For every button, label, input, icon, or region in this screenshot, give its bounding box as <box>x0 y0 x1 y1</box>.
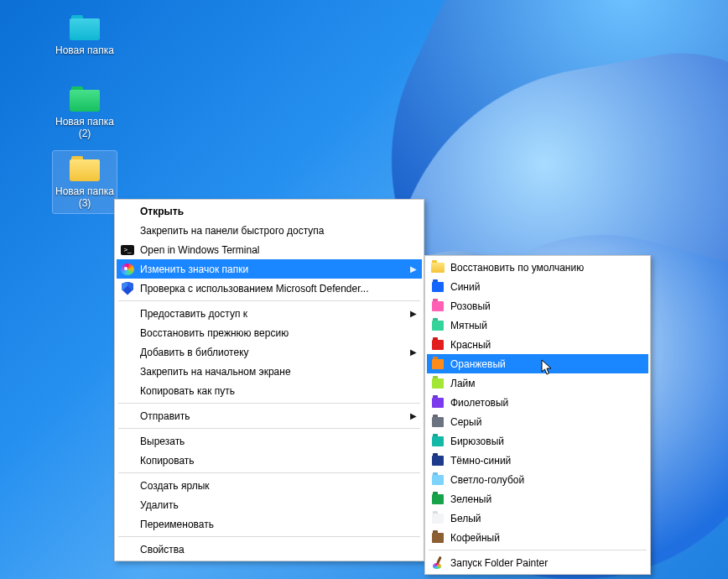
submenu-item-label: Розовый <box>450 300 643 312</box>
context-menu-item[interactable]: Восстановить прежнюю версию <box>117 323 422 342</box>
desktop-icon-folder[interactable]: Новая папка <box>53 12 117 57</box>
submenu-item[interactable]: Синий <box>427 277 648 296</box>
context-menu-separator <box>118 536 420 537</box>
submenu-item-label: Восстановить по умолчанию <box>450 262 643 274</box>
submenu-item-label: Зеленый <box>450 493 643 505</box>
context-menu-item[interactable]: Проверка с использованием Microsoft Defe… <box>117 279 422 298</box>
submenu-item-label: Оранжевый <box>450 358 643 370</box>
context-menu-item-label: Open in Windows Terminal <box>140 244 417 256</box>
submenu-item-label: Белый <box>450 513 643 524</box>
submenu-item-label: Тёмно-синий <box>450 455 643 467</box>
context-menu-item-label: Создать ярлык <box>140 480 417 492</box>
context-menu-item[interactable]: Открыть <box>117 201 422 221</box>
submenu-item[interactable]: Запуск Folder Painter <box>427 553 648 572</box>
chevron-right-icon: ▶ <box>410 309 417 318</box>
folder-icon <box>70 15 100 40</box>
context-menu-item-label: Вырезать <box>140 436 417 447</box>
color-swatch-icon <box>432 533 444 543</box>
context-menu-separator <box>118 428 420 429</box>
desktop-icon-folder[interactable]: Новая папка(3) <box>53 151 117 213</box>
context-menu-item[interactable]: Изменить значок папки ▶ <box>117 259 422 279</box>
context-menu-item-label: Добавить в библиотеку <box>140 347 405 358</box>
submenu-item[interactable]: Тёмно-синий <box>427 451 648 470</box>
color-swatch-icon <box>432 494 444 504</box>
context-menu-item-label: Копировать как путь <box>140 385 417 397</box>
chevron-right-icon: ▶ <box>410 347 417 357</box>
context-menu-item[interactable]: Отправить ▶ <box>117 406 422 425</box>
context-menu-item-label: Предоставить доступ к <box>140 308 405 320</box>
context-menu-item-label: Копировать <box>140 455 417 467</box>
desktop-icon-label: Новая папка(3) <box>54 185 116 210</box>
context-menu-item-label: Открыть <box>140 206 417 217</box>
submenu-item[interactable]: Фиолетовый <box>427 393 648 412</box>
context-menu-item[interactable]: Удалить <box>117 495 422 514</box>
context-menu-item[interactable]: Копировать как путь <box>117 381 422 400</box>
context-menu-separator <box>118 403 420 404</box>
color-swatch-icon <box>432 456 444 466</box>
desktop-icon-label: Новая папка <box>54 44 116 57</box>
context-menu-item-label: Удалить <box>140 499 417 511</box>
submenu-item-label: Светло-голубой <box>450 474 643 486</box>
submenu-item-label: Кофейный <box>450 532 643 544</box>
submenu-item-label: Бирюзовый <box>450 436 643 447</box>
context-menu-item[interactable]: >_ Open in Windows Terminal <box>117 240 422 259</box>
context-menu-item-label: Отправить <box>140 410 405 422</box>
color-swatch-icon <box>432 398 444 408</box>
submenu-item[interactable]: Красный <box>427 335 648 354</box>
color-swatch-icon <box>432 436 444 446</box>
desktop-icon-label: Новая папка(2) <box>54 115 116 140</box>
context-menu-item[interactable]: Закрепить на панели быстрого доступа <box>117 221 422 240</box>
submenu-item[interactable]: Розовый <box>427 296 648 316</box>
folder-icon <box>431 263 445 273</box>
color-swatch-icon <box>432 340 444 350</box>
chevron-right-icon: ▶ <box>410 264 417 274</box>
submenu-item[interactable]: Белый <box>427 509 648 528</box>
submenu-item[interactable]: Мятный <box>427 316 648 335</box>
context-menu-item[interactable]: Вырезать <box>117 431 422 451</box>
submenu-item[interactable]: Восстановить по умолчанию <box>427 258 648 277</box>
submenu-item-label: Синий <box>450 281 643 293</box>
context-menu-item-label: Проверка с использованием Microsoft Defe… <box>140 283 417 295</box>
submenu-item[interactable]: Зеленый <box>427 489 648 509</box>
painter-icon <box>121 263 134 275</box>
terminal-icon: >_ <box>121 245 134 255</box>
context-menu-item[interactable]: Копировать <box>117 451 422 470</box>
context-menu-item[interactable]: Создать ярлык <box>117 476 422 495</box>
submenu-item[interactable]: Серый <box>427 412 648 431</box>
context-menu-item[interactable]: Закрепить на начальном экране <box>117 362 422 381</box>
color-swatch-icon <box>432 475 444 485</box>
shield-icon <box>122 282 133 295</box>
submenu-item[interactable]: Бирюзовый <box>427 431 648 451</box>
context-menu-item[interactable]: Предоставить доступ к ▶ <box>117 304 422 323</box>
folder-icon <box>70 86 100 112</box>
context-submenu: Восстановить по умолчанию Синий Розовый … <box>424 255 651 575</box>
folder-icon <box>70 156 100 181</box>
context-menu-separator <box>118 472 420 473</box>
color-swatch-icon <box>432 417 444 427</box>
submenu-item[interactable]: Лайм <box>427 373 648 393</box>
color-swatch-icon <box>432 321 444 331</box>
submenu-item[interactable]: Оранжевый <box>427 354 648 373</box>
context-menu-item[interactable]: Добавить в библиотеку ▶ <box>117 342 422 362</box>
context-menu-item-label: Закрепить на начальном экране <box>140 366 417 378</box>
submenu-item-label: Мятный <box>450 320 643 331</box>
submenu-item[interactable]: Светло-голубой <box>427 470 648 489</box>
context-menu-item-label: Восстановить прежнюю версию <box>140 327 417 339</box>
context-menu-item[interactable]: Свойства <box>117 540 422 559</box>
submenu-item-label: Фиолетовый <box>450 397 643 409</box>
context-menu-item-label: Изменить значок папки <box>140 263 405 275</box>
context-menu-item-label: Закрепить на панели быстрого доступа <box>140 225 417 237</box>
context-menu-separator <box>118 300 420 301</box>
chevron-right-icon: ▶ <box>410 411 417 420</box>
color-swatch-icon <box>432 282 444 292</box>
context-menu-item[interactable]: Переименовать <box>117 514 422 534</box>
context-menu: Открыть Закрепить на панели быстрого дос… <box>114 199 424 561</box>
context-menu-separator <box>429 550 647 550</box>
submenu-item-label: Лайм <box>450 378 643 389</box>
submenu-item[interactable]: Кофейный <box>427 528 648 547</box>
desktop-icon-folder[interactable]: Новая папка(2) <box>53 83 117 140</box>
color-swatch-icon <box>432 301 444 311</box>
color-swatch-icon <box>432 378 444 389</box>
color-swatch-icon <box>432 359 444 369</box>
submenu-item-label: Красный <box>450 339 643 351</box>
